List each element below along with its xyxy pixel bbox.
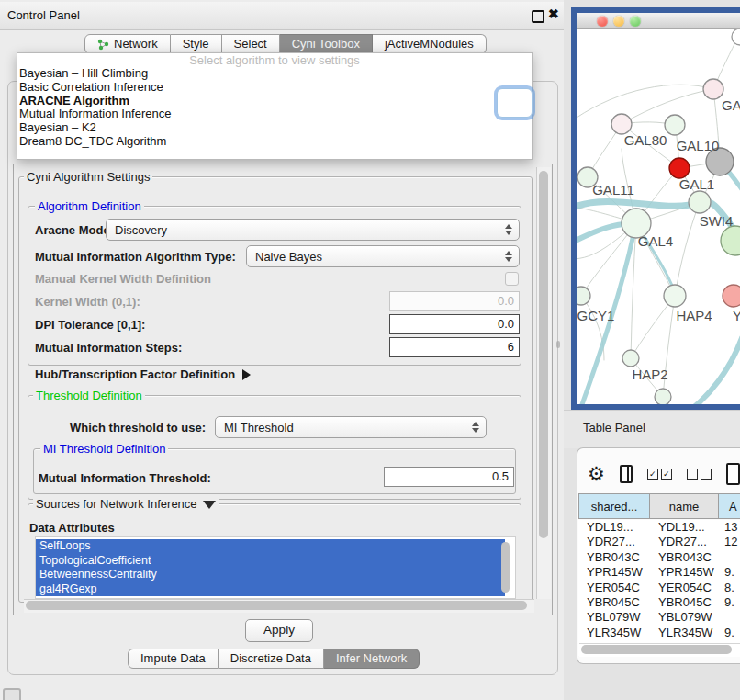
table-header: shared... name A: [578, 493, 740, 519]
network-node[interactable]: [723, 285, 740, 307]
data-attributes-list[interactable]: SelfLoops TopologicalCoefficient Between…: [35, 536, 516, 599]
minimized-panel-icon[interactable]: [3, 688, 21, 700]
kernel-width-input[interactable]: 0.0: [389, 291, 520, 311]
algorithm-option[interactable]: Bayesian – K2: [17, 121, 532, 135]
table-row[interactable]: YLR345WYLR345W9.: [578, 626, 740, 640]
network-node[interactable]: [721, 226, 740, 255]
network-node[interactable]: [622, 350, 639, 367]
table-row[interactable]: YBR043CYBR043C: [578, 550, 740, 565]
aracne-mode-label: Aracne Mode:: [35, 223, 114, 237]
column-header-partial[interactable]: A: [719, 493, 740, 519]
algorithm-option[interactable]: Bayesian – Hill Climbing: [17, 67, 532, 81]
algorithm-dropdown-popup: Select algorithm to view settings Bayesi…: [17, 52, 533, 160]
node-label: GAL10: [677, 138, 720, 153]
algorithm-placeholder: Select algorithm to view settings: [17, 53, 532, 67]
tab-jactivemnodules[interactable]: jActiveMNodules: [373, 34, 487, 54]
collapsed-arrow-icon: [242, 369, 251, 380]
attribute-item[interactable]: BetweennessCentrality: [36, 568, 505, 582]
mi-algorithm-type-combobox[interactable]: Naive Bayes: [246, 245, 520, 267]
hub-definition-toggle[interactable]: Hub/Transcription Factor Definition: [35, 367, 251, 381]
panel-splitter-handle[interactable]: [556, 341, 560, 348]
network-edge[interactable]: [675, 202, 700, 296]
attribute-item[interactable]: SelfLoops: [36, 539, 505, 554]
network-node[interactable]: [732, 29, 740, 45]
network-node[interactable]: [665, 115, 685, 135]
table-row[interactable]: YDR27...YDR27...12: [578, 535, 740, 549]
table-cell: YBR045C: [578, 595, 650, 610]
deselect-all-checkboxes-icon[interactable]: [687, 469, 712, 480]
cyni-algorithm-settings-title: Cyni Algorithm Settings: [24, 170, 152, 184]
tab-discretize-data[interactable]: Discretize Data: [219, 649, 324, 669]
attribute-item[interactable]: TopologicalCoefficient: [36, 554, 505, 569]
list-scrollbar-thumb[interactable]: [501, 542, 510, 593]
table-row[interactable]: YBL079WYBL079W: [578, 610, 740, 625]
network-node[interactable]: [611, 114, 632, 134]
dpi-tolerance-input[interactable]: 0.0: [389, 314, 520, 334]
control-panel-tabs: Network Style Select Cyni Toolbox jActiv…: [84, 34, 487, 54]
attribute-item[interactable]: gal4RGexp: [36, 582, 505, 597]
select-all-checkboxes-icon[interactable]: ✓✓: [647, 469, 672, 480]
table-row[interactable]: YPR145WYPR145W9.: [578, 565, 740, 580]
close-icon[interactable]: ✖: [548, 6, 559, 21]
mi-threshold-input[interactable]: 0.5: [384, 467, 514, 487]
apply-button[interactable]: Apply: [245, 619, 313, 642]
network-edge[interactable]: [577, 85, 713, 118]
export-table-icon[interactable]: [726, 463, 740, 485]
tab-cyni-toolbox[interactable]: Cyni Toolbox: [280, 34, 373, 54]
which-threshold-combobox[interactable]: MI Threshold: [215, 416, 487, 438]
table-row[interactable]: YBR045CYBR045C9.: [578, 595, 740, 610]
table-cell: 8.: [719, 581, 740, 595]
manual-kernel-width-checkbox[interactable]: [505, 272, 519, 286]
network-node[interactable]: [664, 285, 686, 307]
table-horizontal-scrollbar-thumb[interactable]: [581, 645, 732, 654]
manual-kernel-width-label: Manual Kernel Width Definition: [35, 272, 211, 286]
gear-icon[interactable]: ⚙: [588, 465, 605, 483]
table-cell: YBL079W: [578, 610, 650, 625]
table-toolbar: ⚙ ✓✓: [588, 457, 740, 491]
tab-network[interactable]: Network: [84, 34, 171, 54]
table-row[interactable]: YDL19...YDL19...13: [578, 520, 740, 535]
inference-algorithm-combobox-fragment[interactable]: [497, 88, 533, 118]
table-cell: YER054C: [650, 581, 719, 595]
aracne-mode-combobox[interactable]: Discovery: [106, 219, 520, 241]
network-node[interactable]: [689, 191, 711, 213]
network-edge[interactable]: [683, 338, 740, 404]
column-header-shared[interactable]: shared...: [578, 493, 650, 519]
float-window-icon[interactable]: [532, 10, 544, 23]
network-window-titlebar: [577, 13, 740, 29]
network-node[interactable]: [577, 287, 590, 305]
table-row[interactable]: YER054CYER054C8.: [578, 581, 740, 595]
algorithm-option[interactable]: Dream8 DC_TDC Algorithm: [17, 135, 532, 149]
column-header-name[interactable]: name: [650, 493, 719, 519]
control-panel-title: Control Panel: [7, 8, 80, 22]
settings-horizontal-scrollbar-thumb[interactable]: [26, 601, 527, 610]
table-cell: YBR043C: [578, 550, 650, 565]
algorithm-option-selected[interactable]: ARACNE Algorithm: [17, 95, 532, 108]
columns-icon[interactable]: [620, 465, 633, 483]
network-node[interactable]: [669, 158, 690, 178]
node-label: GAL: [722, 97, 740, 113]
zoom-traffic-light-icon[interactable]: [630, 16, 641, 27]
algorithm-option[interactable]: Basic Correlation Inference: [17, 81, 532, 95]
node-label: GAL80: [624, 132, 667, 148]
tab-style[interactable]: Style: [171, 34, 222, 54]
table-cell: YLR345W: [650, 626, 719, 640]
algorithm-option[interactable]: Mutual Information Inference: [17, 107, 532, 121]
tab-infer-network[interactable]: Infer Network: [324, 649, 420, 669]
settings-vertical-scrollbar-thumb[interactable]: [539, 171, 548, 538]
mi-steps-input[interactable]: 6: [389, 337, 520, 357]
tab-impute-data[interactable]: Impute Data: [128, 649, 219, 669]
sources-toggle[interactable]: Sources for Network Inference: [33, 497, 219, 511]
minimize-traffic-light-icon[interactable]: [613, 16, 624, 27]
kernel-width-label: Kernel Width (0,1):: [35, 295, 140, 309]
tab-select[interactable]: Select: [222, 34, 280, 54]
close-traffic-light-icon[interactable]: [597, 16, 608, 27]
node-label: GAL4: [638, 233, 673, 249]
network-node[interactable]: [703, 79, 723, 99]
mi-threshold-label: Mutual Information Threshold:: [39, 471, 211, 485]
node-label: SWI4: [700, 213, 734, 229]
table-cell: 9.: [719, 626, 740, 640]
dpi-tolerance-label: DPI Tolerance [0,1]:: [35, 318, 145, 332]
network-node[interactable]: [655, 389, 671, 404]
network-canvas[interactable]: GALGAL80GAL10GAL11GAL1SWI4GAL4GCY1HAP4YH…: [577, 29, 740, 404]
